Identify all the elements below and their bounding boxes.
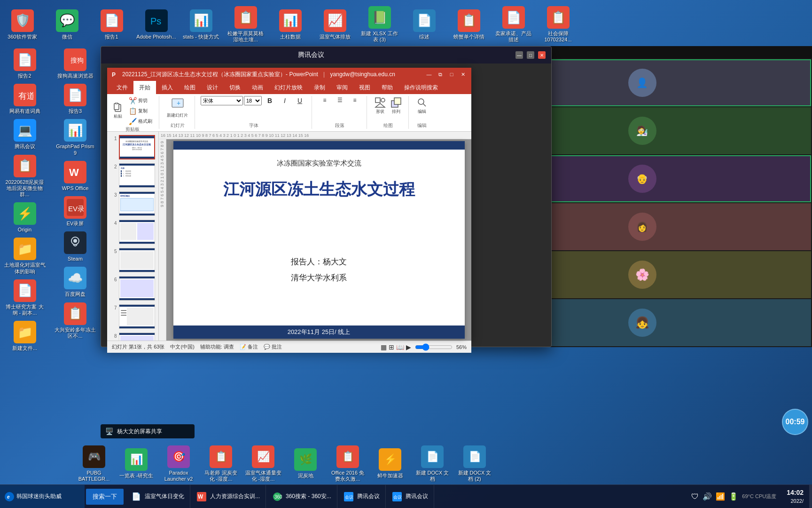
icon-ghg[interactable]: 📈 温室气体排放 [312, 4, 357, 45]
icon-steam[interactable]: Steam [49, 229, 101, 264]
main-slide[interactable]: 冰冻圈国家实验室学术交流 江河源区冻土生态水文过程 报告人：杨大文 [173, 141, 465, 339]
find-button[interactable]: 编辑 [414, 96, 429, 116]
icon-wechat[interactable]: 💬 微信 [45, 4, 89, 45]
icon-peat2022[interactable]: 📋 20220628泥炭湿地后泥炭微生物群... [0, 152, 49, 200]
align-left-button[interactable]: ≡ [318, 96, 332, 104]
tab-transition[interactable]: 切换 [224, 81, 246, 94]
align-center-button[interactable]: ☰ [333, 96, 347, 104]
ppt-maximize-button[interactable]: □ [447, 70, 456, 79]
zoom-slider[interactable] [415, 343, 453, 351]
icon-wetland[interactable]: 📋 松嫩平原莫莫格湿地土壤... [223, 4, 268, 45]
view-normal-btn[interactable]: ▦ [381, 343, 387, 351]
ppt-close-button[interactable]: ✕ [458, 70, 468, 79]
format-painter-button[interactable]: 🖌️格式刷 [127, 117, 154, 126]
icon-report3[interactable]: 📄 报告3 [49, 81, 101, 117]
taskbar-hr-system[interactable]: W 人力资源综合实训... [190, 485, 266, 508]
icon-report2[interactable]: 📄 报告2 [0, 46, 49, 81]
icon-social[interactable]: 📋 社会保障 10702324... [536, 4, 580, 45]
shapes-button[interactable]: 形状 [373, 96, 388, 116]
taskbar-360search[interactable]: 360 360搜索 - 360安... [266, 485, 337, 508]
tab-review[interactable]: 审阅 [331, 81, 353, 94]
icon-xlsx3[interactable]: 📗 新建 XLSX 工作表 (3) [357, 4, 402, 45]
icon-360[interactable]: 🛡️ 360软件管家 [0, 4, 45, 45]
taskbar-tencent2[interactable]: 会议 腾讯会议 [386, 485, 434, 508]
new-slide-button[interactable]: + 新建幻灯片 [165, 96, 190, 119]
minimize-button[interactable]: — [515, 51, 523, 59]
icon-new-docx[interactable]: 📄 新建 DOCX 文档 [411, 443, 453, 484]
close-button[interactable]: ✕ [538, 51, 546, 59]
tab-home[interactable]: 开始 [133, 81, 156, 94]
taskbar-ghg-daily[interactable]: 📄 温室气体日变化 [125, 485, 190, 508]
slide-thumb-1[interactable]: 1 冰冻圈国家实验室学术交流 江河源区冻土生态水文过程 报告人：杨大文 清华大学… [109, 134, 156, 160]
icon-report1[interactable]: 📄 报告1 [89, 4, 134, 45]
icon-baidu-pan[interactable]: ☁️ 百度网盘 [49, 264, 101, 300]
tab-animation[interactable]: 动画 [246, 81, 269, 94]
icon-permafrost[interactable]: 📋 大兴安岭多年冻土区不... [49, 300, 101, 341]
icon-graphpad[interactable]: 📊 GraphPad Prism 9 [49, 117, 101, 158]
network-icon[interactable]: 📶 [716, 492, 725, 501]
icon-phd[interactable]: 📄 博士研究方案 大纲 - 副本... [0, 277, 49, 318]
ppt-restore-button[interactable]: ⧉ [436, 70, 445, 79]
arrange-button[interactable]: 排列 [389, 96, 404, 116]
slide-thumb-8[interactable]: 8 [109, 332, 156, 341]
tab-file[interactable]: 文件 [111, 81, 133, 94]
taskbar-tencent1[interactable]: 会议 腾讯会议 [337, 485, 386, 508]
search-button[interactable]: 搜索一下 [86, 489, 124, 505]
bold-button[interactable]: B [263, 96, 277, 105]
tab-slideshow[interactable]: 幻灯片放映 [269, 81, 308, 94]
underline-button[interactable]: U [293, 96, 307, 105]
icon-wps[interactable]: W WPS Office [49, 159, 101, 194]
icon-stats[interactable]: 📊 stats - 快捷方式 [179, 4, 223, 45]
copy-button[interactable]: 📋复制 [127, 106, 154, 116]
paste-button[interactable]: 粘贴 [111, 102, 125, 120]
icon-pubg[interactable]: 🎮 PUBG BATTLEGR... [73, 443, 115, 484]
tab-design[interactable]: 设计 [201, 81, 224, 94]
taskbar-clock[interactable]: 14:02 2022/ [781, 488, 809, 505]
icon-newfile[interactable]: 📁 新建文件... [0, 318, 49, 354]
icon-table[interactable]: 📊 一览表 -研究生 [115, 443, 157, 484]
icon-new-docx2[interactable]: 📄 新建 DOCX 文档 (2) [453, 443, 496, 484]
icon-land[interactable]: 📁 土地退化对温室气体的影响 [0, 235, 49, 277]
icon-crab[interactable]: 📋 螃蟹单个详情 [446, 4, 491, 45]
view-reading-btn[interactable]: 📖 [396, 343, 404, 351]
slide-thumb-3[interactable]: 3 研究区概况 [109, 190, 156, 217]
battery-icon[interactable]: 🔋 [729, 492, 738, 501]
icon-sogou[interactable]: 搜狗 搜狗高速浏览器 [49, 46, 101, 81]
icon-teacher-ma[interactable]: 📋 马老师 泥炭变化 -湿度... [200, 443, 242, 484]
italic-button[interactable]: I [278, 96, 292, 105]
slide-thumb-4[interactable]: 4 [109, 219, 156, 245]
slide-canvas-area[interactable]: 冰冻圈国家实验室学术交流 江河源区冻土生态水文过程 报告人：杨大文 [166, 139, 471, 341]
slide-thumb-5[interactable]: 5 [109, 247, 156, 273]
tab-record[interactable]: 录制 [308, 81, 331, 94]
icon-adobe[interactable]: Ps Adobe Photosh... [134, 4, 179, 45]
cut-button[interactable]: ✂️剪切 [127, 96, 154, 105]
tab-help[interactable]: 帮助 [376, 81, 398, 94]
slide-thumb-6[interactable]: 6 [109, 275, 156, 302]
tab-view[interactable]: 视图 [353, 81, 376, 94]
show-desktop-button[interactable] [809, 485, 812, 508]
volume-icon[interactable]: 🔊 [703, 492, 712, 501]
ppt-minimize-button[interactable]: — [424, 70, 434, 79]
tab-insert[interactable]: 插入 [156, 81, 179, 94]
antivirus-icon[interactable]: 🛡 [691, 492, 699, 501]
slide-thumb-7[interactable]: 7 ☰ [109, 303, 156, 330]
icon-seller[interactable]: 📄 卖家承诺、产品描述 [491, 4, 536, 45]
icon-tencent-meeting[interactable]: 💻 腾讯会议 [0, 117, 49, 152]
view-sorter-btn[interactable]: ⊞ [389, 343, 394, 351]
taskbar-ie[interactable]: e 韩国球迷街头助威 [0, 485, 85, 508]
icon-youdao[interactable]: 有道 网易有道词典 [0, 81, 49, 117]
icon-ghg-flux[interactable]: 📈 温室气体通量变化 -湿度... [242, 443, 284, 484]
maximize-button[interactable]: □ [527, 51, 534, 59]
icon-soil[interactable]: 📊 土柱数据 [268, 4, 312, 45]
icon-office2016[interactable]: 📋 Office 2016 免费永久激... [327, 443, 369, 484]
icon-accelerator[interactable]: ⚡ 鲜牛加速器 [369, 443, 411, 484]
icon-review[interactable]: 📄 综述 [402, 4, 446, 45]
tab-search[interactable]: 操作说明搜索 [398, 81, 444, 94]
icon-paradox[interactable]: 🎯 Paradox Launcher v2 [157, 443, 200, 484]
align-right-button[interactable]: ≡ [348, 96, 362, 104]
icon-peatland[interactable]: 🌿 泥炭地 [284, 443, 327, 484]
font-family-select[interactable]: 宋体 [201, 96, 243, 105]
tab-draw[interactable]: 绘图 [179, 81, 201, 94]
icon-evrecorder[interactable]: EV录屏 EV录屏 [49, 194, 101, 229]
slide-thumb-2[interactable]: 2 目录 一、研究背景 二、研究内容 三、研究结果 [109, 162, 156, 189]
